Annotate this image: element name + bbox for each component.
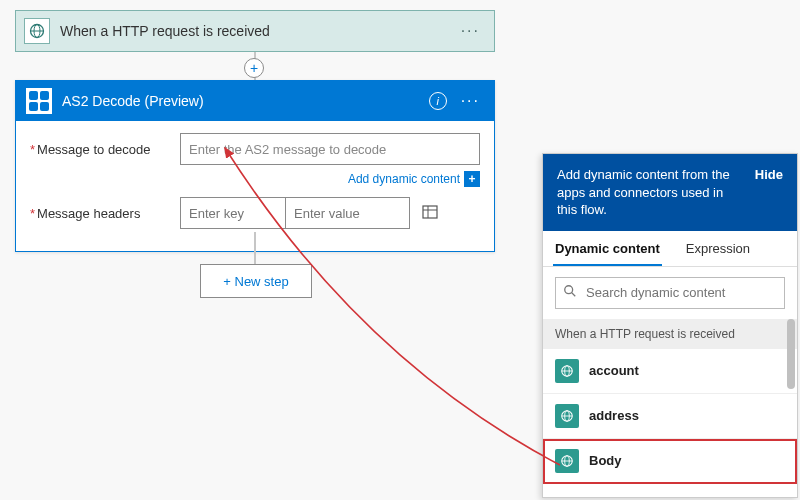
dynamic-content-search-wrap	[543, 267, 797, 319]
dynamic-content-item-address[interactable]: address	[543, 394, 797, 439]
trigger-card[interactable]: When a HTTP request is received ···	[15, 10, 495, 52]
scrollbar-thumb[interactable]	[787, 319, 795, 389]
required-star: *	[30, 142, 35, 157]
list-item-label: address	[589, 408, 639, 423]
globe-icon	[555, 404, 579, 428]
list-item-label: Body	[589, 453, 622, 468]
search-icon	[563, 284, 577, 301]
dynamic-content-item-body[interactable]: Body	[543, 439, 797, 484]
new-step-button[interactable]: + New step	[200, 264, 312, 298]
dynamic-content-panel: Add dynamic content from the apps and co…	[542, 153, 798, 498]
headers-kv-editor	[180, 197, 438, 229]
connector-line	[254, 232, 256, 264]
action-name: AS2 Decode	[62, 93, 141, 109]
message-headers-label: *Message headers	[30, 206, 170, 221]
action-preview-badge: (Preview)	[145, 93, 204, 109]
dynamic-content-search-input[interactable]	[555, 277, 785, 309]
dynamic-content-header: Add dynamic content from the apps and co…	[543, 154, 797, 231]
hide-panel-button[interactable]: Hide	[755, 166, 783, 219]
svg-line-7	[572, 292, 576, 296]
scrollbar[interactable]	[787, 319, 795, 497]
info-icon[interactable]: i	[429, 92, 447, 110]
dynamic-content-list: When a HTTP request is received account …	[543, 319, 797, 497]
trigger-title: When a HTTP request is received	[60, 23, 445, 39]
header-value-input[interactable]	[285, 197, 410, 229]
trigger-menu-button[interactable]: ···	[455, 22, 486, 40]
dynamic-content-heading: Add dynamic content from the apps and co…	[557, 166, 747, 219]
svg-rect-3	[423, 206, 437, 218]
add-dynamic-content-button[interactable]: +	[464, 171, 480, 187]
action-title: AS2 Decode (Preview)	[62, 93, 419, 109]
action-menu-button[interactable]: ···	[457, 92, 484, 110]
svg-point-6	[565, 285, 573, 293]
message-to-decode-label: *Message to decode	[30, 142, 170, 157]
header-key-input[interactable]	[180, 197, 285, 229]
message-headers-row: *Message headers	[30, 197, 480, 229]
list-item-label: account	[589, 363, 639, 378]
tab-dynamic-content[interactable]: Dynamic content	[553, 231, 662, 266]
dynamic-content-item-account[interactable]: account	[543, 349, 797, 394]
message-to-decode-row: *Message to decode	[30, 133, 480, 165]
globe-icon	[555, 449, 579, 473]
message-to-decode-input[interactable]	[180, 133, 480, 165]
required-star: *	[30, 206, 35, 221]
insert-step-button[interactable]: +	[244, 58, 264, 78]
switch-to-text-mode-icon[interactable]	[422, 204, 438, 223]
dynamic-content-group-title: When a HTTP request is received	[543, 319, 797, 349]
globe-icon	[555, 359, 579, 383]
add-dynamic-content-link[interactable]: Add dynamic content	[348, 172, 460, 186]
globe-icon	[24, 18, 50, 44]
action-header[interactable]: AS2 Decode (Preview) i ···	[16, 81, 494, 121]
dynamic-content-tabs: Dynamic content Expression	[543, 231, 797, 267]
grid-icon	[26, 88, 52, 114]
tab-expression[interactable]: Expression	[684, 231, 752, 266]
add-dynamic-content-row: Add dynamic content +	[30, 171, 480, 187]
action-card: AS2 Decode (Preview) i ··· *Message to d…	[15, 80, 495, 252]
